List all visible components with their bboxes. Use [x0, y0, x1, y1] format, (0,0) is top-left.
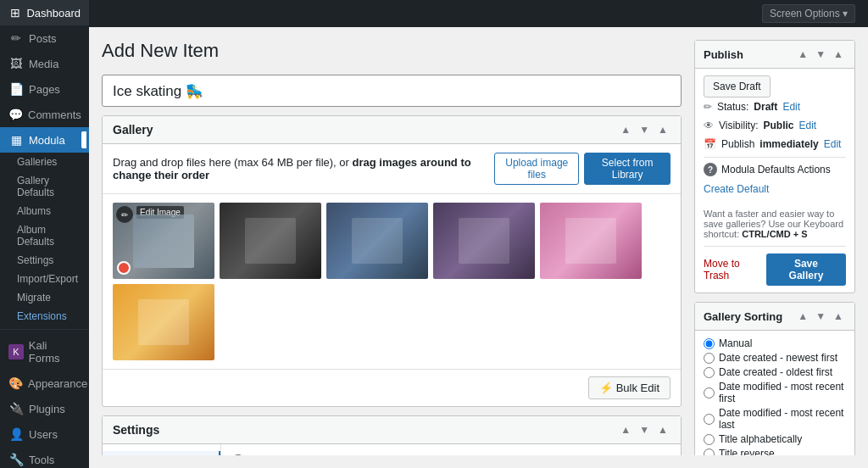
sidebar-item-appearance[interactable]: 🎨 Appearance: [0, 370, 89, 396]
gallery-image-5[interactable]: [540, 203, 642, 279]
sidebar-item-dashboard[interactable]: ⊞ Dashboard: [0, 0, 89, 25]
img-visual-4: [459, 218, 509, 264]
settings-panel-close[interactable]: ▲: [655, 423, 670, 437]
publish-label: Publish: [721, 138, 754, 150]
img-bg-6: [113, 284, 214, 360]
modula-defaults-help-icon[interactable]: ?: [704, 163, 717, 176]
sidebar-item-extensions[interactable]: Extensions: [8, 307, 89, 326]
panel-down-button[interactable]: ▼: [637, 123, 652, 136]
sorting-up-btn[interactable]: ▲: [795, 309, 810, 323]
sidebar-item-plugins[interactable]: 🔌 Plugins: [0, 396, 89, 421]
sidebar-item-users[interactable]: 👤 Users: [0, 421, 89, 447]
sort-title-alpha[interactable]: Title alphabetically: [704, 433, 846, 445]
dashboard-icon: ⊞: [8, 6, 21, 20]
sidebar-item-media[interactable]: 🖼 Media: [0, 51, 89, 76]
publish-up-btn[interactable]: ▲: [795, 47, 810, 61]
save-draft-button[interactable]: Save Draft: [704, 75, 771, 98]
sidebar-item-label: Appearance: [28, 377, 87, 390]
sidebar-item-albums[interactable]: Albums: [8, 202, 89, 220]
publish-panel-header: Publish ▲ ▼ ▲: [695, 41, 854, 69]
sort-modified-last-radio[interactable]: [704, 414, 715, 425]
gallery-image-6[interactable]: [113, 284, 214, 360]
sidebar-item-label: Media: [29, 58, 58, 70]
sidebar-item-label: Album Defaults: [17, 224, 81, 248]
sidebar-item-tools[interactable]: 🔧 Tools: [0, 447, 89, 468]
panel-up-button[interactable]: ▲: [618, 123, 633, 136]
sort-modified-recent-label: Date modified - most recent first: [719, 381, 846, 404]
sort-modified-recent-radio[interactable]: [704, 387, 715, 398]
gallery-images-grid: ✏ Edit Image: [103, 194, 681, 369]
right-sidebar: Publish ▲ ▼ ▲ Save Draft ✏ Status: Draft…: [694, 40, 855, 455]
sort-modified-recent[interactable]: Date modified - most recent first: [704, 381, 846, 404]
kali-icon: K: [8, 344, 24, 359]
sidebar-item-pages[interactable]: 📄 Pages: [0, 76, 89, 102]
settings-tab-general[interactable]: ⚙ General: [103, 451, 220, 455]
publish-down-btn[interactable]: ▼: [813, 47, 828, 61]
select-library-button[interactable]: Select from Library: [584, 153, 670, 185]
gallery-image-1[interactable]: ✏ Edit Image: [113, 203, 214, 279]
sort-date-oldest-radio[interactable]: [704, 367, 715, 378]
img-visual-5: [565, 218, 616, 264]
sidebar-item-posts[interactable]: ✏ Posts: [0, 25, 89, 51]
publish-edit-link[interactable]: Edit: [824, 138, 842, 150]
publish-toggle-btn[interactable]: ▲: [831, 47, 846, 61]
visibility-label: Visibility:: [719, 120, 758, 131]
gallery-image-3[interactable]: [326, 203, 428, 279]
panel-controls: ▲ ▼ ▲: [618, 123, 670, 136]
gallery-image-2[interactable]: [220, 203, 321, 279]
posts-icon: ✏: [8, 31, 24, 45]
sort-date-newest-radio[interactable]: [704, 353, 715, 364]
panel-close-button[interactable]: ▲: [655, 123, 670, 136]
sorting-down-btn[interactable]: ▼: [813, 309, 828, 323]
sidebar-item-comments[interactable]: 💬 Comments: [0, 102, 89, 127]
gallery-image-4[interactable]: [433, 203, 535, 279]
topbar: Screen Options ▾: [89, 0, 868, 27]
status-label: Status:: [717, 101, 748, 113]
sidebar-item-modula[interactable]: ▦ Modula: [0, 127, 89, 153]
screen-options-button[interactable]: Screen Options ▾: [762, 4, 855, 23]
settings-panel-down[interactable]: ▼: [637, 423, 652, 437]
sort-manual-radio[interactable]: [704, 338, 715, 349]
sidebar-item-album-defaults[interactable]: Album Defaults: [8, 220, 89, 251]
sorting-toggle-btn[interactable]: ▲: [831, 309, 846, 323]
sort-date-newest[interactable]: Date created - newest first: [704, 352, 846, 364]
save-gallery-button[interactable]: Save Gallery: [766, 254, 846, 286]
sidebar-item-galleries[interactable]: Galleries: [8, 153, 89, 171]
sorting-panel-header: Gallery Sorting ▲ ▼ ▲: [695, 303, 854, 331]
gallery-panel: Gallery ▲ ▼ ▲ Drag and drop files here (…: [102, 115, 682, 407]
move-to-trash-link[interactable]: Move to Trash: [704, 258, 766, 281]
modula-defaults-section: ? Modula Defaults Actions Create Default: [704, 157, 846, 203]
sidebar-item-import-export[interactable]: Import/Export: [8, 270, 89, 288]
sidebar-item-label: Modula: [29, 134, 65, 147]
publish-btn-row: Move to Trash Save Gallery: [704, 246, 846, 286]
sort-title-reverse[interactable]: Title reverse: [704, 448, 846, 455]
sidebar-item-gallery-defaults[interactable]: Gallery Defaults: [8, 171, 89, 202]
sort-date-oldest-label: Date created - oldest first: [719, 366, 832, 378]
sidebar-item-label: Gallery Defaults: [17, 175, 81, 198]
general-help-icon[interactable]: ?: [231, 454, 245, 455]
title-input[interactable]: [102, 75, 682, 107]
img-visual-6: [138, 299, 189, 345]
img-bg-4: [433, 203, 535, 279]
general-settings-row: ? General Settings Documentation - or - …: [231, 454, 670, 455]
sort-title-alpha-radio[interactable]: [704, 434, 715, 445]
sidebar-item-label: Users: [29, 428, 58, 441]
create-default-link[interactable]: Create Default: [704, 180, 846, 198]
sidebar-item-migrate[interactable]: Migrate: [8, 288, 89, 307]
sort-modified-last[interactable]: Date modified - most recent last: [704, 407, 846, 431]
shortcut-key: CTRL/CMD + S: [742, 229, 807, 239]
sort-title-reverse-radio[interactable]: [704, 448, 715, 456]
sidebar-item-settings[interactable]: Settings: [8, 251, 89, 270]
visibility-edit-link[interactable]: Edit: [798, 120, 816, 131]
upload-files-button[interactable]: Upload image files: [494, 153, 579, 185]
drop-text-static: Drag and drop files here (max 64 MB per …: [113, 156, 353, 169]
calendar-icon: 📅: [704, 138, 716, 150]
img-bg-2: [220, 203, 321, 279]
sort-date-oldest[interactable]: Date created - oldest first: [704, 366, 846, 378]
settings-panel-up[interactable]: ▲: [618, 423, 633, 437]
status-edit-link[interactable]: Edit: [782, 101, 800, 113]
bulk-edit-button[interactable]: ⚡ Bulk Edit: [588, 376, 670, 399]
sidebar-item-kali-forms[interactable]: K Kali Forms: [0, 333, 89, 370]
sort-manual[interactable]: Manual: [704, 337, 846, 349]
settings-panel-title: Settings: [113, 423, 159, 437]
